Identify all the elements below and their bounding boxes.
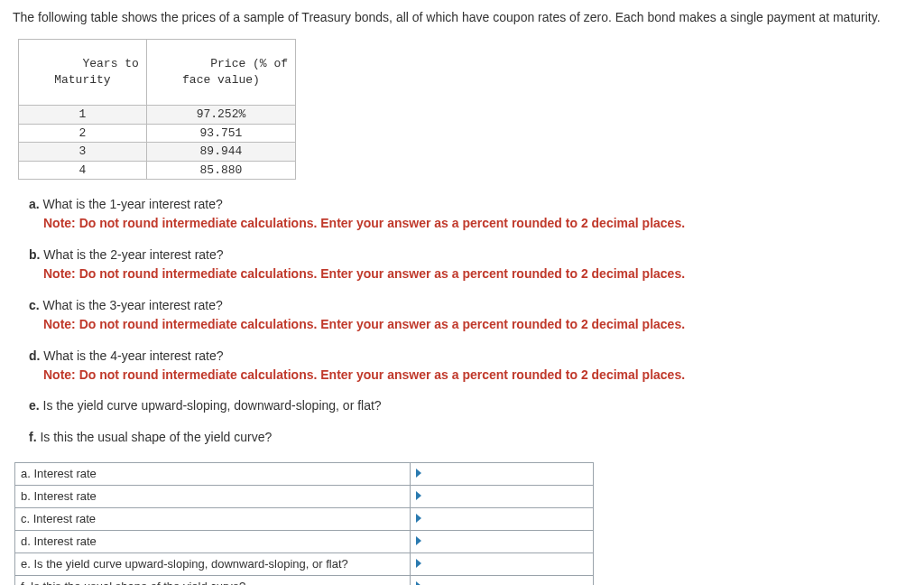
answer-label-e: e. Is the yield curve upward-sloping, do…: [15, 553, 411, 576]
answer-label-f: f. Is this the usual shape of the yield …: [15, 576, 411, 585]
question-d: d. What is the 4-year interest rate? Not…: [29, 348, 911, 384]
question-e: e. Is the yield curve upward-sloping, do…: [29, 397, 911, 414]
answer-input-f[interactable]: [416, 578, 587, 585]
col-header-years: Years toMaturity: [19, 39, 147, 105]
answer-input-a[interactable]: [416, 465, 587, 483]
answer-table: a. Interest rate b. Interest rate c. Int…: [14, 462, 594, 585]
table-row: 197.252%: [19, 106, 296, 125]
table-row: 293.751: [19, 124, 296, 143]
answer-label-d: d. Interest rate: [15, 531, 411, 553]
question-b: b. What is the 2-year interest rate? Not…: [29, 246, 911, 283]
question-f: f. Is this the usual shape of the yield …: [29, 429, 911, 446]
note-a: Note: Do not round intermediate calculat…: [43, 215, 911, 232]
table-row: 485.880: [19, 161, 296, 180]
intro-text: The following table shows the prices of …: [13, 9, 897, 26]
answer-input-c[interactable]: [416, 510, 587, 528]
col-header-price: Price (% offace value): [146, 39, 295, 105]
answer-input-e[interactable]: [416, 555, 587, 573]
question-a: a. What is the 1-year interest rate? Not…: [29, 196, 911, 232]
note-d: Note: Do not round intermediate calculat…: [43, 367, 911, 384]
question-c: c. What is the 3-year interest rate? Not…: [29, 297, 911, 333]
answer-label-c: c. Interest rate: [15, 508, 411, 531]
bond-price-table: Years toMaturity Price (% offace value) …: [18, 39, 296, 180]
answer-label-a: a. Interest rate: [15, 463, 411, 486]
note-b: Note: Do not round intermediate calculat…: [43, 265, 911, 283]
answer-input-d[interactable]: [416, 533, 587, 551]
note-c: Note: Do not round intermediate calculat…: [43, 316, 911, 333]
answer-input-b[interactable]: [416, 488, 587, 506]
answer-label-b: b. Interest rate: [15, 486, 411, 508]
table-row: 389.944: [19, 143, 296, 162]
question-list: a. What is the 1-year interest rate? Not…: [29, 196, 911, 446]
